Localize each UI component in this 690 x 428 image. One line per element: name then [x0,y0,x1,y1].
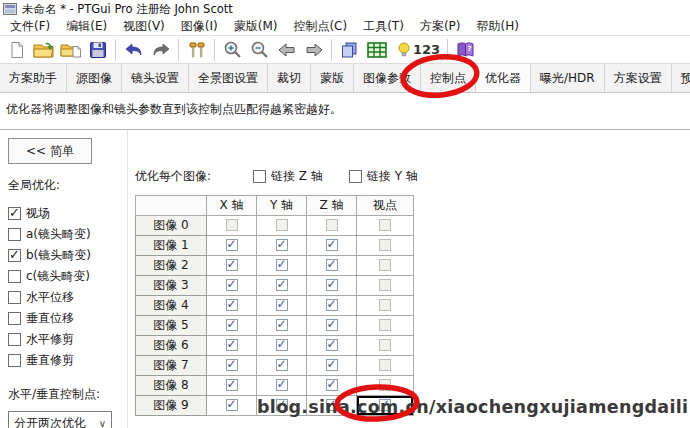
numeric-transform-label[interactable]: 123 [413,42,440,57]
checkbox[interactable] [379,399,391,411]
checkbox[interactable] [379,299,391,311]
image-thumbnails-icon[interactable] [336,38,363,62]
cell-checkbox[interactable] [357,236,414,256]
cell-checkbox[interactable] [307,276,357,296]
global-optimize-option[interactable]: 水平修剪 [8,329,121,350]
cell-checkbox[interactable] [307,396,357,416]
cell-checkbox[interactable] [257,236,307,256]
checkbox[interactable] [276,339,288,351]
cell-checkbox[interactable] [357,316,414,336]
global-optimize-option[interactable]: 垂直修剪 [8,350,121,371]
cell-checkbox[interactable] [357,256,414,276]
checkbox[interactable] [379,379,391,391]
row-label[interactable]: 图像 3 [136,276,207,296]
link-z-axis-checkbox[interactable]: 链接 Z 轴 [253,168,323,185]
checkbox[interactable] [8,354,21,367]
checkbox[interactable] [276,399,288,411]
cell-checkbox[interactable] [357,336,414,356]
checkbox[interactable] [326,399,338,411]
cell-checkbox[interactable] [257,256,307,276]
cell-checkbox[interactable] [307,256,357,276]
checkbox[interactable] [326,299,338,311]
menu-item[interactable]: 图像(I) [173,17,226,36]
checkbox[interactable] [349,170,362,183]
cell-checkbox[interactable] [357,216,414,236]
row-label[interactable]: 图像 8 [136,376,207,396]
menu-item[interactable]: 蒙版(M) [226,17,286,36]
checkbox[interactable] [8,312,21,325]
checkbox[interactable] [379,319,391,331]
control-point-tools-icon[interactable] [183,38,210,62]
global-optimize-option[interactable]: a(镜头畸变) [8,224,121,245]
row-label[interactable]: 图像 4 [136,296,207,316]
checkbox[interactable] [276,219,288,231]
row-label[interactable]: 图像 1 [136,236,207,256]
checkbox[interactable] [276,319,288,331]
global-optimize-option[interactable]: 水平位移 [8,287,121,308]
checkbox[interactable] [326,279,338,291]
checkbox[interactable] [379,339,391,351]
checkbox[interactable] [379,279,391,291]
checkbox[interactable] [276,259,288,271]
zoom-out-icon[interactable] [246,38,273,62]
cell-checkbox[interactable] [207,376,257,396]
checkbox[interactable] [326,339,338,351]
checkbox[interactable] [226,359,238,371]
checkbox[interactable] [379,239,391,251]
tab-6[interactable]: 蒙版 [311,64,354,92]
global-optimize-option[interactable]: 视场 [8,203,121,224]
cell-checkbox[interactable] [207,256,257,276]
global-optimize-option[interactable]: b(镜头畸变) [8,245,121,266]
checkbox[interactable] [276,379,288,391]
cell-checkbox[interactable] [307,336,357,356]
cell-checkbox[interactable] [207,236,257,256]
new-project-icon[interactable] [3,38,30,62]
checkbox[interactable] [326,219,338,231]
cell-checkbox[interactable] [357,356,414,376]
checkbox[interactable] [226,299,238,311]
open-project-icon[interactable] [30,38,57,62]
cell-checkbox[interactable] [357,276,414,296]
zoom-in-icon[interactable] [219,38,246,62]
help-book-icon[interactable]: ? [452,38,479,62]
checkbox[interactable] [379,259,391,271]
row-label[interactable]: 图像 2 [136,256,207,276]
tab-5[interactable]: 裁切 [268,64,311,92]
global-optimize-option[interactable]: 垂直位移 [8,308,121,329]
row-label[interactable]: 图像 5 [136,316,207,336]
checkbox[interactable] [276,239,288,251]
menu-item[interactable]: 文件(F) [2,17,58,36]
checkbox[interactable] [276,279,288,291]
cell-checkbox[interactable] [207,316,257,336]
checkbox[interactable] [8,249,21,262]
cell-checkbox[interactable] [307,356,357,376]
row-label[interactable]: 图像 0 [136,216,207,236]
global-optimize-option[interactable]: c(镜头畸变) [8,266,121,287]
menu-item[interactable]: 控制点(C) [285,17,355,36]
cell-checkbox[interactable] [257,296,307,316]
menu-item[interactable]: 视图(V) [115,17,173,36]
cell-checkbox[interactable] [357,396,414,416]
cell-checkbox[interactable] [357,376,414,396]
checkbox[interactable] [326,239,338,251]
checkbox[interactable] [276,299,288,311]
tab-2[interactable]: 源图像 [67,64,122,92]
row-label[interactable]: 图像 7 [136,356,207,376]
cell-checkbox[interactable] [207,216,257,236]
cell-checkbox[interactable] [307,296,357,316]
checkbox[interactable] [326,259,338,271]
link-y-axis-checkbox[interactable]: 链接 Y 轴 [349,168,418,185]
checkbox[interactable] [226,339,238,351]
tab-4[interactable]: 全景图设置 [189,64,268,92]
tab-11[interactable]: 方案设置 [605,64,672,92]
tab-1[interactable]: 方案助手 [0,64,67,92]
simple-mode-button[interactable]: << 简单 [8,138,92,164]
row-label[interactable]: 图像 9 [136,396,207,416]
checkbox[interactable] [326,319,338,331]
cell-checkbox[interactable] [257,276,307,296]
menu-item[interactable]: 工具(T) [355,17,412,36]
checkbox[interactable] [226,319,238,331]
cell-checkbox[interactable] [307,216,357,236]
cell-checkbox[interactable] [257,316,307,336]
menu-item[interactable]: 方案(P) [412,17,469,36]
